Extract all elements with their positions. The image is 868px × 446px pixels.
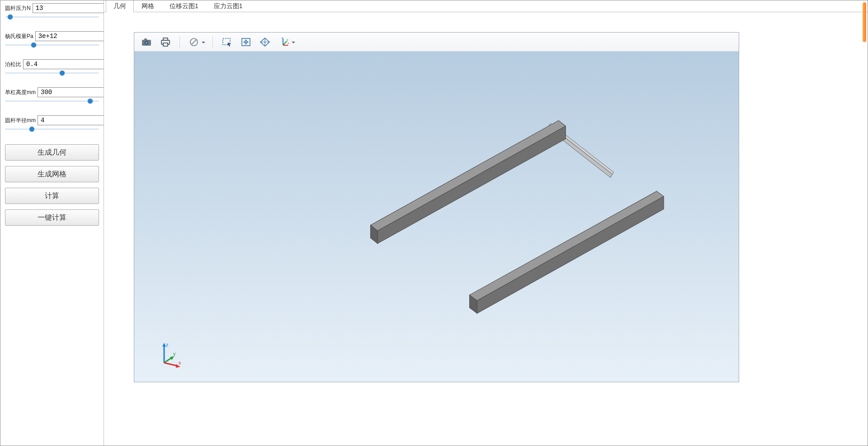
axes-orientation-icon[interactable]: z x y	[276, 35, 296, 49]
svg-text:y: y	[287, 38, 288, 42]
svg-marker-23	[377, 126, 566, 244]
svg-rect-1	[144, 38, 147, 40]
toolbar-separator	[212, 36, 213, 48]
svg-rect-5	[163, 38, 168, 40]
one-click-compute-button[interactable]: 一键计算	[5, 209, 99, 226]
rod-radius-slider[interactable]	[5, 126, 99, 132]
toolbar-separator	[179, 36, 180, 48]
geometry-viewport[interactable]: z y x	[134, 52, 739, 382]
param-label: 单杠高度mm	[5, 89, 36, 96]
tab-geometry[interactable]: 几何	[106, 0, 134, 12]
svg-text:x: x	[288, 42, 289, 45]
param-rod-radius: 圆杆半径mm	[5, 115, 99, 132]
sidebar: 圆杆压力N 杨氏模量Pa 泊松比	[0, 0, 104, 446]
printer-icon[interactable]	[158, 35, 173, 49]
geometry-render	[134, 52, 739, 382]
main-body: z x y	[104, 12, 868, 446]
param-label: 泊松比	[5, 61, 21, 68]
svg-marker-20	[477, 196, 664, 313]
rod-force-slider[interactable]	[5, 14, 99, 19]
svg-line-29	[164, 363, 178, 366]
svg-point-3	[146, 42, 147, 43]
compute-button[interactable]: 计算	[5, 188, 99, 204]
rod-force-input[interactable]	[33, 3, 115, 13]
axis-y-label: y	[173, 351, 176, 356]
axis-x-label: x	[179, 360, 181, 365]
no-symbol-icon[interactable]	[186, 35, 206, 49]
tab-stress[interactable]: 应力云图1	[206, 0, 250, 12]
svg-line-8	[191, 39, 197, 45]
svg-line-15	[283, 41, 287, 45]
svg-marker-26	[162, 343, 166, 346]
param-rod-force: 圆杆压力N	[5, 3, 99, 19]
zoom-fit-icon[interactable]	[238, 35, 254, 49]
poisson-ratio-slider[interactable]	[5, 70, 99, 76]
tab-bar: 几何 网格 位移云图1 应力云图1	[104, 0, 868, 12]
generate-mesh-button[interactable]: 生成网格	[5, 166, 99, 182]
poisson-ratio-input[interactable]	[23, 59, 106, 69]
window-scrollbar[interactable]	[863, 2, 866, 42]
svg-text:z: z	[282, 37, 283, 39]
viewer-toolbar: z x y	[134, 33, 739, 52]
coordinate-triad: z y x	[156, 341, 183, 368]
selection-box-icon[interactable]	[219, 35, 235, 49]
svg-marker-19	[470, 191, 664, 301]
viewer-frame: z x y	[134, 32, 739, 382]
tab-mesh[interactable]: 网格	[134, 0, 162, 12]
param-label: 圆杆半径mm	[5, 117, 36, 124]
reset-view-icon[interactable]	[257, 35, 273, 49]
camera-icon[interactable]	[139, 35, 154, 49]
param-youngs-modulus: 杨氏模量Pa	[5, 31, 99, 47]
generate-geometry-button[interactable]: 生成几何	[5, 144, 99, 161]
svg-rect-6	[163, 43, 168, 46]
bar-height-slider[interactable]	[5, 98, 99, 104]
param-poisson-ratio: 泊松比	[5, 59, 99, 76]
svg-marker-22	[371, 120, 566, 231]
param-bar-height: 单杠高度mm	[5, 87, 99, 104]
axis-z-label: z	[166, 342, 169, 347]
param-label: 杨氏模量Pa	[5, 33, 33, 40]
tab-displacement[interactable]: 位移云图1	[162, 0, 206, 12]
main-panel: 几何 网格 位移云图1 应力云图1	[104, 0, 868, 446]
youngs-modulus-slider[interactable]	[5, 42, 99, 47]
param-label: 圆杆压力N	[5, 5, 31, 12]
